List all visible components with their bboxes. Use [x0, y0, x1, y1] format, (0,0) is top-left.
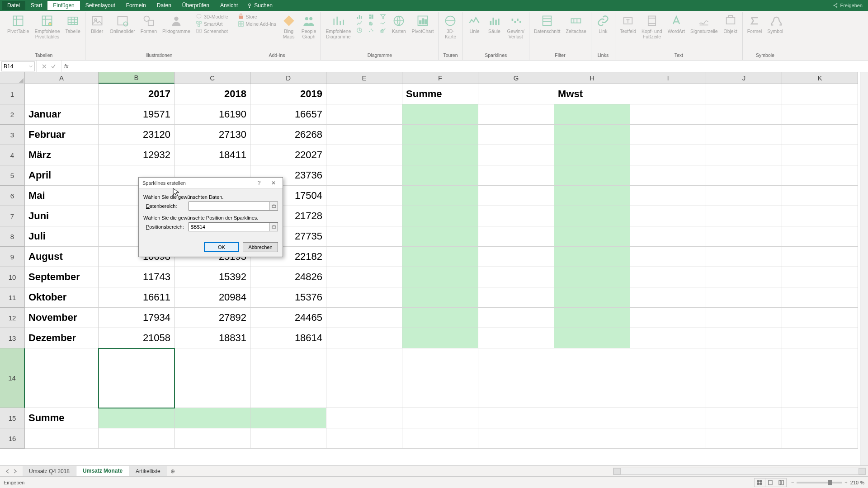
row-header-4[interactable]: 4 — [0, 145, 25, 165]
symbol-button[interactable]: Symbol — [765, 13, 785, 35]
cell-J4[interactable] — [706, 145, 782, 165]
header-footer-button[interactable]: Kopf- und Fußzeile — [640, 13, 664, 40]
cell-D10[interactable]: 24826 — [250, 267, 326, 287]
cell-C16[interactable] — [175, 428, 250, 449]
cell-D3[interactable]: 26268 — [250, 125, 326, 145]
cancel-button[interactable]: Abbrechen — [243, 242, 278, 252]
vertical-scrollbar[interactable] — [860, 72, 868, 465]
row-header-7[interactable]: 7 — [0, 206, 25, 226]
equation-button[interactable]: Formel — [745, 13, 764, 35]
menu-review[interactable]: Überprüfen — [177, 1, 215, 10]
cells-area[interactable]: 201720182019SummeMwstJanuar1957116190166… — [25, 84, 858, 470]
cell-D13[interactable]: 18614 — [250, 328, 326, 348]
cell-K6[interactable] — [782, 186, 858, 206]
cell-K16[interactable] — [782, 428, 858, 449]
cell-J11[interactable] — [706, 287, 782, 308]
zoom-in-button[interactable]: + — [844, 480, 847, 485]
chart-surface-icon[interactable] — [380, 20, 386, 27]
column-header-B[interactable]: B — [99, 72, 175, 84]
cell-D4[interactable]: 22027 — [250, 145, 326, 165]
chart-scatter-icon[interactable] — [368, 27, 374, 33]
chart-pie-icon[interactable] — [356, 27, 363, 33]
column-header-I[interactable]: I — [630, 72, 706, 84]
cell-I15[interactable] — [630, 408, 706, 428]
screenshot-button[interactable]: Screenshot — [196, 28, 228, 34]
cell-B14[interactable] — [99, 348, 175, 408]
cell-E12[interactable] — [326, 308, 402, 328]
cell-G14[interactable] — [478, 348, 554, 408]
cell-G6[interactable] — [478, 186, 554, 206]
spreadsheet-grid[interactable]: ABCDEFGHIJK 12345678910111213141516 2017… — [0, 72, 868, 470]
shapes-button[interactable]: Formen — [139, 13, 159, 35]
3d-map-button[interactable]: 3D- Karte — [441, 13, 459, 40]
cell-A3[interactable]: Februar — [25, 125, 99, 145]
wordart-button[interactable]: WordArt — [666, 13, 687, 35]
row-header-6[interactable]: 6 — [0, 186, 25, 206]
fx-icon[interactable]: fx — [61, 63, 71, 70]
cell-F2[interactable] — [402, 104, 478, 125]
cell-I11[interactable] — [630, 287, 706, 308]
cell-H6[interactable] — [554, 186, 630, 206]
cell-J12[interactable] — [706, 308, 782, 328]
cell-E5[interactable] — [326, 165, 402, 186]
view-pagebreak-button[interactable] — [776, 478, 787, 487]
cell-G9[interactable] — [478, 247, 554, 267]
column-header-D[interactable]: D — [250, 72, 326, 84]
cell-C10[interactable]: 15392 — [175, 267, 250, 287]
cell-A1[interactable] — [25, 84, 99, 104]
cell-B13[interactable]: 21058 — [99, 328, 175, 348]
cell-G4[interactable] — [478, 145, 554, 165]
cell-D14[interactable] — [250, 348, 326, 408]
cell-G10[interactable] — [478, 267, 554, 287]
3d-models-button[interactable]: 3D-Modelle — [196, 14, 228, 20]
cell-I1[interactable] — [630, 84, 706, 104]
cell-G7[interactable] — [478, 206, 554, 226]
cell-A6[interactable]: Mai — [25, 186, 99, 206]
cell-E7[interactable] — [326, 206, 402, 226]
cell-J14[interactable] — [706, 348, 782, 408]
name-box[interactable]: B14 — [1, 61, 35, 71]
sheet-tab-2[interactable]: Artikelliste — [129, 466, 167, 476]
ok-button[interactable]: OK — [204, 242, 239, 252]
row-header-11[interactable]: 11 — [0, 287, 25, 308]
cell-I12[interactable] — [630, 308, 706, 328]
cell-K5[interactable] — [782, 165, 858, 186]
cell-G1[interactable] — [478, 84, 554, 104]
cell-F3[interactable] — [402, 125, 478, 145]
row-header-5[interactable]: 5 — [0, 165, 25, 186]
pivotchart-button[interactable]: PivotChart — [410, 13, 435, 35]
cell-D16[interactable] — [250, 428, 326, 449]
posrange-refpicker[interactable] — [269, 223, 278, 231]
cell-A7[interactable]: Juni — [25, 206, 99, 226]
chart-combo-icon[interactable] — [380, 27, 386, 33]
cell-B11[interactable]: 16611 — [99, 287, 175, 308]
row-header-13[interactable]: 13 — [0, 328, 25, 348]
menu-start[interactable]: Start — [25, 1, 47, 10]
sheet-tab-1[interactable]: Umsatz Monate — [76, 466, 129, 477]
zoom-level[interactable]: 210 % — [850, 480, 864, 485]
cell-I4[interactable] — [630, 145, 706, 165]
cell-J3[interactable] — [706, 125, 782, 145]
cell-D1[interactable]: 2019 — [250, 84, 326, 104]
row-header-9[interactable]: 9 — [0, 247, 25, 267]
cell-K14[interactable] — [782, 348, 858, 408]
cell-J2[interactable] — [706, 104, 782, 125]
cell-J1[interactable] — [706, 84, 782, 104]
menu-formulas[interactable]: Formeln — [121, 1, 151, 10]
cell-E9[interactable] — [326, 247, 402, 267]
textbox-button[interactable]: Textfeld — [618, 13, 638, 35]
cell-K9[interactable] — [782, 247, 858, 267]
cell-H1[interactable]: Mwst — [554, 84, 630, 104]
cell-F1[interactable]: Summe — [402, 84, 478, 104]
people-graph-button[interactable]: People Graph — [300, 13, 318, 40]
chart-stat-icon[interactable] — [368, 20, 374, 27]
select-all-corner[interactable] — [0, 72, 25, 84]
cell-E1[interactable] — [326, 84, 402, 104]
cell-B2[interactable]: 19571 — [99, 104, 175, 125]
cell-J8[interactable] — [706, 226, 782, 247]
cell-K3[interactable] — [782, 125, 858, 145]
cell-F14[interactable] — [402, 348, 478, 408]
posrange-input[interactable] — [189, 223, 269, 231]
menu-view[interactable]: Ansicht — [215, 1, 243, 10]
cell-E13[interactable] — [326, 328, 402, 348]
